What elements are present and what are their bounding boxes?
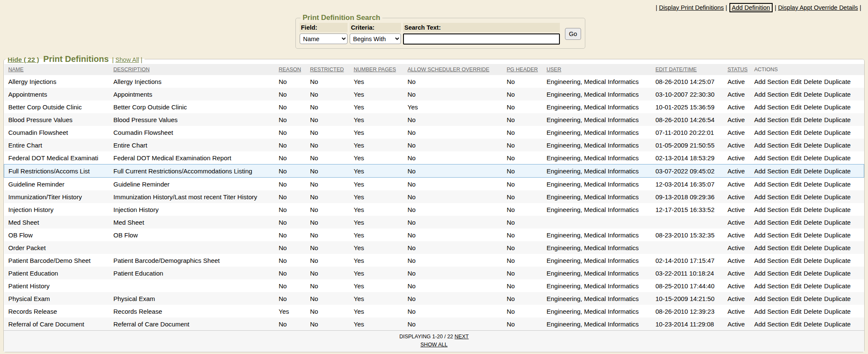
column-header-description[interactable]: DESCRIPTION [114,67,150,72]
action-delete-link[interactable]: Delete [804,142,822,149]
action-edit-link[interactable]: Edit [790,231,801,239]
action-edit-link[interactable]: Edit [790,103,801,111]
action-delete-link[interactable]: Delete [804,129,822,136]
action-duplicate-link[interactable]: Duplicate [824,231,851,239]
column-header-pg-header[interactable]: PG HEADER [507,67,538,72]
action-add-section-link[interactable]: Add Section [754,321,789,328]
action-add-section-link[interactable]: Add Section [754,78,789,85]
action-delete-link[interactable]: Delete [804,91,822,98]
action-edit-link[interactable]: Edit [790,270,801,277]
action-duplicate-link[interactable]: Duplicate [824,206,851,213]
action-duplicate-link[interactable]: Duplicate [824,167,851,175]
action-delete-link[interactable]: Delete [804,308,822,315]
action-edit-link[interactable]: Edit [790,308,801,315]
column-header-reason[interactable]: REASON [279,67,301,72]
action-add-section-link[interactable]: Add Section [754,91,789,98]
action-duplicate-link[interactable]: Duplicate [824,116,851,123]
action-edit-link[interactable]: Edit [790,181,801,188]
action-delete-link[interactable]: Delete [804,321,822,328]
action-edit-link[interactable]: Edit [790,244,801,251]
action-duplicate-link[interactable]: Duplicate [824,257,851,264]
column-header-allow-scheduler-override[interactable]: ALLOW SCHEDULER OVERRIDE [408,67,490,72]
column-header-name[interactable]: NAME [8,67,24,72]
action-edit-link[interactable]: Edit [790,129,801,136]
action-add-section-link[interactable]: Add Section [754,219,789,226]
next-page-link[interactable]: NEXT [455,334,469,340]
action-delete-link[interactable]: Delete [804,167,822,175]
action-duplicate-link[interactable]: Duplicate [824,244,851,251]
action-edit-link[interactable]: Edit [790,193,801,201]
column-header-user[interactable]: USER [547,67,562,72]
action-delete-link[interactable]: Delete [804,116,822,123]
action-edit-link[interactable]: Edit [790,321,801,328]
action-edit-link[interactable]: Edit [790,78,801,85]
action-edit-link[interactable]: Edit [790,116,801,123]
action-duplicate-link[interactable]: Duplicate [824,129,851,136]
display-appt-override-details-link[interactable]: Display Appt Override Details [778,4,858,11]
search-text-input[interactable] [403,33,560,45]
action-edit-link[interactable]: Edit [790,257,801,264]
action-edit-link[interactable]: Edit [790,91,801,98]
action-add-section-link[interactable]: Add Section [754,244,789,251]
action-delete-link[interactable]: Delete [804,78,822,85]
hide-count-link[interactable]: Hide ( 22 ) [8,56,39,64]
action-duplicate-link[interactable]: Duplicate [824,154,851,162]
action-edit-link[interactable]: Edit [790,219,801,226]
action-add-section-link[interactable]: Add Section [754,167,789,175]
action-duplicate-link[interactable]: Duplicate [824,308,851,315]
action-delete-link[interactable]: Delete [804,154,822,162]
action-duplicate-link[interactable]: Duplicate [824,78,851,85]
column-header-restricted[interactable]: RESTRICTED [310,67,344,72]
action-duplicate-link[interactable]: Duplicate [824,142,851,149]
action-add-section-link[interactable]: Add Section [754,206,789,213]
action-delete-link[interactable]: Delete [804,282,822,290]
action-delete-link[interactable]: Delete [804,103,822,111]
action-duplicate-link[interactable]: Duplicate [824,295,851,302]
action-duplicate-link[interactable]: Duplicate [824,103,851,111]
criteria-select[interactable]: Begins With [350,33,401,44]
action-add-section-link[interactable]: Add Section [754,193,789,201]
action-add-section-link[interactable]: Add Section [754,308,789,315]
action-duplicate-link[interactable]: Duplicate [824,282,851,290]
action-add-section-link[interactable]: Add Section [754,181,789,188]
action-add-section-link[interactable]: Add Section [754,257,789,264]
column-header-status[interactable]: STATUS [728,67,748,72]
column-header-edit-date-time[interactable]: EDIT DATE/TIME [656,67,697,72]
action-edit-link[interactable]: Edit [790,154,801,162]
action-add-section-link[interactable]: Add Section [754,129,789,136]
action-delete-link[interactable]: Delete [804,270,822,277]
field-select[interactable]: Name [300,33,348,44]
action-add-section-link[interactable]: Add Section [754,231,789,239]
action-duplicate-link[interactable]: Duplicate [824,321,851,328]
action-add-section-link[interactable]: Add Section [754,116,789,123]
action-duplicate-link[interactable]: Duplicate [824,270,851,277]
action-edit-link[interactable]: Edit [790,295,801,302]
add-definition-link[interactable]: Add Definition [732,4,770,11]
action-edit-link[interactable]: Edit [790,206,801,213]
action-delete-link[interactable]: Delete [804,244,822,251]
action-duplicate-link[interactable]: Duplicate [824,193,851,201]
action-duplicate-link[interactable]: Duplicate [824,91,851,98]
action-add-section-link[interactable]: Add Section [754,142,789,149]
action-duplicate-link[interactable]: Duplicate [824,219,851,226]
action-delete-link[interactable]: Delete [804,295,822,302]
action-delete-link[interactable]: Delete [804,193,822,201]
action-delete-link[interactable]: Delete [804,219,822,226]
action-delete-link[interactable]: Delete [804,181,822,188]
action-add-section-link[interactable]: Add Section [754,270,789,277]
action-delete-link[interactable]: Delete [804,206,822,213]
action-add-section-link[interactable]: Add Section [754,295,789,302]
action-edit-link[interactable]: Edit [790,167,801,175]
action-edit-link[interactable]: Edit [790,282,801,290]
action-delete-link[interactable]: Delete [804,231,822,239]
action-add-section-link[interactable]: Add Section [754,282,789,290]
action-delete-link[interactable]: Delete [804,257,822,264]
show-all-link[interactable]: Show All [115,56,139,63]
display-print-definitions-link[interactable]: Display Print Definitions [659,4,724,11]
show-all-pagination-link[interactable]: SHOW ALL [420,342,448,348]
go-button[interactable]: Go [565,28,581,40]
action-add-section-link[interactable]: Add Section [754,154,789,162]
action-edit-link[interactable]: Edit [790,142,801,149]
action-duplicate-link[interactable]: Duplicate [824,181,851,188]
action-add-section-link[interactable]: Add Section [754,103,789,111]
